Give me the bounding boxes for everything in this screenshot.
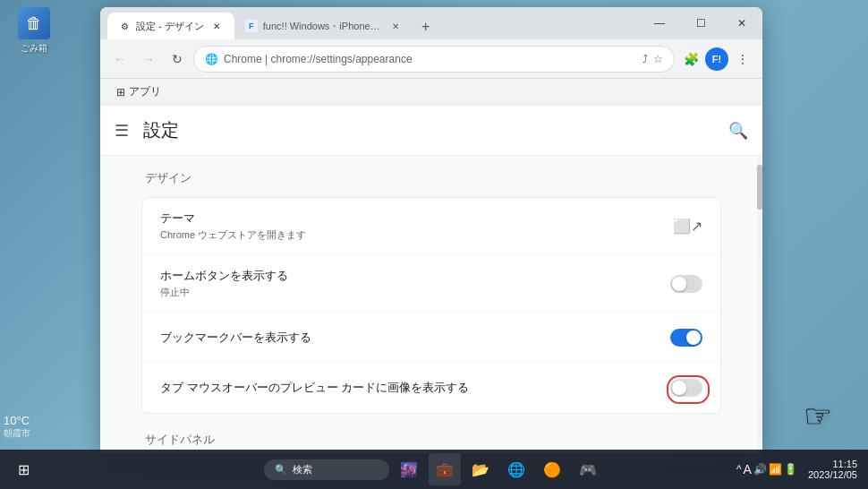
external-link-icon[interactable]: ⬜↗ — [673, 218, 702, 235]
desktop-icon-label: ごみ箱 — [21, 42, 47, 55]
taskbar-clock[interactable]: 11:15 2023/12/05 — [804, 455, 861, 484]
home-button-control — [670, 275, 702, 293]
start-button[interactable]: ⊞ — [7, 453, 39, 485]
settings-row-bookmarks-bar: ブックマークバーを表示する — [142, 313, 720, 363]
maximize-button[interactable]: ☐ — [680, 7, 721, 39]
home-button-sublabel: 停止中 — [160, 286, 670, 299]
system-tray-icons: ^ A 🔊 📶 🔋 — [733, 459, 801, 480]
bookmarks-bar-toggle[interactable] — [670, 329, 702, 347]
settings-header: ☰ 設定 🔍 — [100, 106, 762, 156]
bookmarks-apps[interactable]: ⊞ アプリ — [109, 81, 168, 103]
apps-grid-icon: ⊞ — [116, 86, 125, 99]
new-tab-button[interactable]: + — [413, 14, 438, 39]
browser-window: ⚙ 設定 - デザイン ✕ F func!! Windows・iPhoneの使い… — [100, 7, 762, 453]
tab-hover-toggle[interactable] — [670, 379, 702, 397]
theme-control: ⬜↗ — [673, 218, 702, 235]
home-button-toggle[interactable] — [670, 275, 702, 293]
secure-icon: 🌐 — [205, 53, 218, 65]
home-button-row-text: ホームボタンを表示する 停止中 — [160, 268, 670, 299]
profile-button[interactable]: F! — [705, 47, 728, 71]
clock-date: 2023/12/05 — [808, 469, 857, 480]
tab-hover-control — [670, 379, 702, 397]
tab-func[interactable]: F func!! Windows・iPhoneの使い ✕ — [234, 13, 413, 39]
cursor-hand-pointer: ☞ — [804, 398, 832, 435]
tab-close-func[interactable]: ✕ — [388, 19, 403, 33]
apps-label: アプリ — [129, 84, 161, 99]
title-bar: ⚙ 設定 - デザイン ✕ F func!! Windows・iPhoneの使い… — [100, 7, 762, 39]
theme-row-text: テーマ Chrome ウェブストアを開きます — [160, 210, 673, 242]
tab-close-settings[interactable]: ✕ — [209, 19, 224, 33]
bookmark-icon[interactable]: ☆ — [653, 53, 663, 65]
font-icon: A — [744, 462, 752, 476]
tab-favicon-settings: ⚙ — [118, 20, 131, 32]
tab-settings[interactable]: ⚙ 設定 - デザイン ✕ — [107, 13, 234, 39]
scrollbar-thumb[interactable] — [757, 165, 762, 210]
settings-row-tab-hover: タブ マウスオーバーのプレビュー カードに画像を表示する — [142, 363, 720, 413]
battery-icon[interactable]: 🔋 — [784, 463, 797, 476]
window-controls: — ☐ ✕ — [639, 7, 762, 39]
taskbar-chrome-icon[interactable]: 🟠 — [536, 453, 568, 485]
page-content: ☰ 設定 🔍 デザイン テーマ — [100, 106, 762, 453]
weather-temperature: 10°C — [4, 414, 30, 427]
reload-button[interactable]: ↻ — [165, 47, 190, 72]
tab-hover-row-text: タブ マウスオーバーのプレビュー カードに画像を表示する — [160, 380, 670, 396]
hamburger-menu-icon[interactable]: ☰ — [115, 121, 129, 141]
address-bar[interactable]: 🌐 Chrome | chrome://settings/appearance … — [193, 46, 675, 73]
close-button[interactable]: ✕ — [721, 7, 762, 39]
minimize-button[interactable]: — — [639, 7, 680, 39]
home-button-label: ホームボタンを表示する — [160, 268, 670, 284]
puzzle-icon[interactable]: 🧩 — [678, 47, 703, 72]
trash-icon: 🗑 — [18, 7, 50, 39]
taskbar-right: ^ A 🔊 📶 🔋 11:15 2023/12/05 — [733, 455, 861, 484]
settings-card-design: テーマ Chrome ウェブストアを開きます ⬜↗ ホームボタンを表示する — [141, 197, 721, 414]
tab-title-func: func!! Windows・iPhoneの使い — [263, 20, 383, 33]
weather-city: 朝霞市 — [4, 427, 30, 440]
address-text: Chrome | chrome://settings/appearance — [224, 53, 637, 65]
theme-sublabel: Chrome ウェブストアを開きます — [160, 228, 673, 242]
speaker-icon[interactable]: 🔊 — [753, 463, 767, 476]
search-icon: 🔍 — [275, 464, 287, 476]
weather-widget: 10°C 朝霞市 — [4, 414, 30, 440]
taskbar-center: 🔍 検索 🌆 💼 📂 🌐 🟠 🎮 — [264, 453, 604, 485]
design-section-title: デザイン — [141, 170, 721, 186]
taskbar-left: ⊞ — [7, 453, 39, 485]
scrollbar-track[interactable] — [757, 156, 762, 453]
tab-hover-toggle-thumb — [672, 381, 686, 395]
settings-page-title: 設定 — [143, 118, 179, 142]
settings-search-icon[interactable]: 🔍 — [728, 121, 748, 141]
chrome-label: Chrome | chrome://settings/appearance — [224, 53, 413, 65]
taskbar-explorer-icon[interactable]: 📂 — [464, 453, 497, 485]
bookmarks-bar-control — [670, 329, 702, 347]
settings-body[interactable]: デザイン テーマ Chrome ウェブストアを開きます ⬜↗ — [100, 156, 762, 453]
back-button[interactable]: ← — [107, 47, 132, 72]
bookmarks-bar-toggle-thumb — [686, 330, 701, 345]
theme-label: テーマ — [160, 210, 673, 227]
taskbar-search[interactable]: 🔍 検索 — [264, 459, 389, 480]
taskbar-view-icon[interactable]: 🌆 — [393, 453, 425, 485]
tab-hover-toggle-ring — [670, 379, 702, 397]
tab-favicon-func: F — [245, 20, 258, 32]
bookmarks-bar-label: ブックマークバーを表示する — [160, 330, 670, 346]
forward-button[interactable]: → — [136, 47, 161, 72]
menu-button[interactable]: ⋮ — [730, 47, 755, 72]
taskbar-teams-icon[interactable]: 💼 — [429, 453, 461, 485]
settings-panel: デザイン テーマ Chrome ウェブストアを開きます ⬜↗ — [127, 170, 736, 453]
tab-title-settings: 設定 - デザイン — [136, 20, 204, 33]
toolbar-actions: 🧩 F! ⋮ — [678, 47, 755, 72]
tray-chevron-icon[interactable]: ^ — [736, 463, 742, 476]
home-button-toggle-thumb — [672, 277, 686, 291]
settings-row-home-button: ホームボタンを表示する 停止中 — [142, 255, 720, 313]
desktop: 🗑 ごみ箱 10°C 朝霞市 ⚙ 設定 - デザイン ✕ F func!! Wi… — [0, 0, 868, 489]
settings-row-theme: テーマ Chrome ウェブストアを開きます ⬜↗ — [142, 198, 720, 255]
taskbar: ⊞ 🔍 検索 🌆 💼 📂 🌐 🟠 🎮 ^ A 🔊 📶 🔋 11:15 — [0, 450, 868, 489]
bookmarks-bar: ⊞ アプリ — [100, 79, 762, 106]
desktop-icon-trash[interactable]: 🗑 ごみ箱 — [7, 7, 61, 55]
network-icon[interactable]: 📶 — [769, 463, 782, 476]
taskbar-edge-icon[interactable]: 🌐 — [500, 453, 532, 485]
browser-toolbar: ← → ↻ 🌐 Chrome | chrome://settings/appea… — [100, 39, 762, 79]
side-panel-title: サイドパネル — [141, 432, 721, 448]
clock-time: 11:15 — [832, 459, 857, 469]
tab-hover-label: タブ マウスオーバーのプレビュー カードに画像を表示する — [160, 380, 670, 396]
taskbar-game-icon[interactable]: 🎮 — [572, 453, 604, 485]
bookmarks-bar-row-text: ブックマークバーを表示する — [160, 330, 670, 346]
